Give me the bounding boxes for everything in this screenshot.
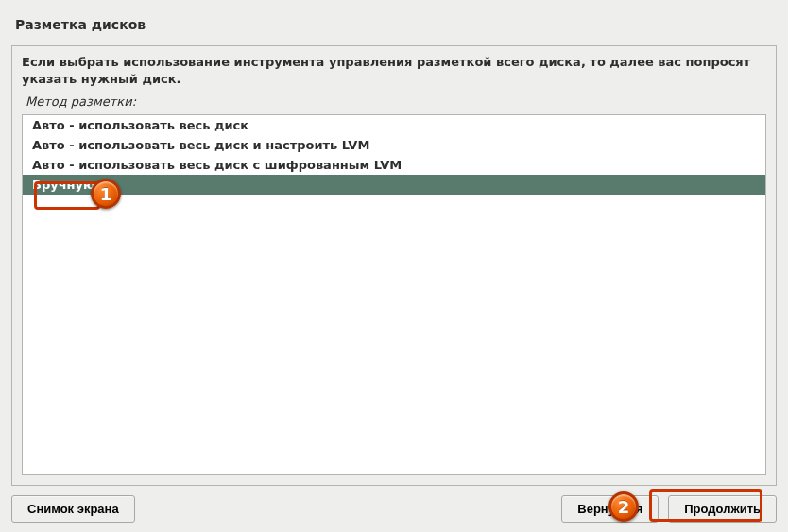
- spacer: [145, 495, 553, 523]
- button-row: Снимок экрана Вернуться Продолжить: [11, 486, 777, 523]
- method-option-manual[interactable]: Вручную: [23, 175, 765, 195]
- window-title: Разметка дисков: [11, 9, 777, 45]
- partitioning-window: Разметка дисков Если выбрать использован…: [0, 0, 788, 532]
- main-frame: Если выбрать использование инструмента у…: [11, 45, 777, 486]
- screenshot-button[interactable]: Снимок экрана: [11, 495, 135, 523]
- continue-button[interactable]: Продолжить: [668, 495, 777, 523]
- method-option-auto-lvm[interactable]: Авто - использовать весь диск и настроит…: [23, 135, 765, 155]
- method-option-auto-whole[interactable]: Авто - использовать весь диск: [23, 115, 765, 135]
- instruction-text: Если выбрать использование инструмента у…: [12, 46, 776, 91]
- method-list: Авто - использовать весь диск Авто - исп…: [22, 114, 766, 475]
- method-label: Метод разметки:: [12, 91, 776, 112]
- back-button[interactable]: Вернуться: [561, 495, 659, 523]
- method-option-auto-crypt-lvm[interactable]: Авто - использовать весь диск с шифрован…: [23, 155, 765, 175]
